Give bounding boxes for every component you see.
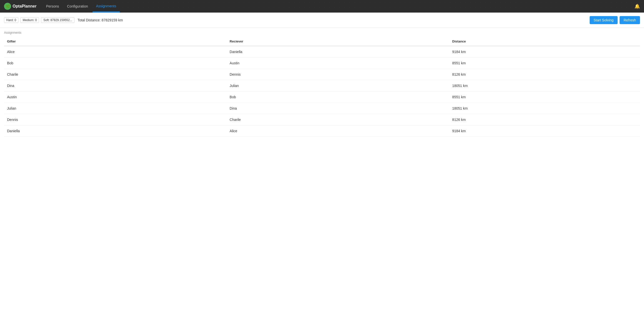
cell-receiver: Dennis: [227, 69, 449, 80]
total-distance-label: Total Distance: 87829159 km: [77, 18, 123, 22]
notification-icon: 🔔: [634, 4, 640, 9]
assignments-table: Gifter Reciever Distance AliceDaniella91…: [4, 37, 640, 137]
table-row: AliceDaniella9184 km: [4, 46, 640, 58]
cell-gifter: Austin: [4, 91, 227, 103]
cell-receiver: Julian: [227, 80, 449, 91]
nav-menu: Persons Configuration Assignments: [43, 1, 120, 12]
cell-distance: 9184 km: [449, 125, 640, 137]
table-row: CharileDennis8126 km: [4, 69, 640, 80]
nav-item-configuration[interactable]: Configuration: [64, 1, 92, 12]
cell-gifter: Bob: [4, 58, 227, 69]
soft-score-badge: Soft: 87829.159552...: [41, 17, 74, 23]
refresh-button[interactable]: Refresh: [620, 16, 640, 24]
cell-gifter: Daniella: [4, 125, 227, 137]
nav-item-persons[interactable]: Persons: [43, 1, 62, 12]
cell-receiver: Austin: [227, 58, 449, 69]
col-header-receiver: Reciever: [227, 37, 449, 46]
cell-distance: 8126 km: [449, 69, 640, 80]
cell-distance: 8126 km: [449, 114, 640, 125]
cell-receiver: Alice: [227, 125, 449, 137]
brand-logo: 🌿: [4, 3, 11, 10]
start-solving-button[interactable]: Start Solving: [590, 16, 618, 24]
cell-gifter: Julian: [4, 103, 227, 114]
cell-distance: 9184 km: [449, 46, 640, 58]
cell-receiver: Dina: [227, 103, 449, 114]
main-content: Hard: 0 Medium: 0 Soft: 87829.159552... …: [0, 13, 644, 321]
table-header-row: Gifter Reciever Distance: [4, 37, 640, 46]
col-header-gifter: Gifter: [4, 37, 227, 46]
cell-gifter: Alice: [4, 46, 227, 58]
assignments-section: Assignments Gifter Reciever Distance Ali…: [0, 28, 644, 137]
nav-item-assignments[interactable]: Assignments: [93, 1, 120, 12]
cell-receiver: Charile: [227, 114, 449, 125]
hard-score-badge: Hard: 0: [4, 17, 18, 23]
section-label: Assignments: [4, 31, 640, 34]
cell-receiver: Daniella: [227, 46, 449, 58]
col-header-distance: Distance: [449, 37, 640, 46]
brand-name: OptaPlanner: [13, 4, 36, 9]
brand[interactable]: 🌿 OptaPlanner: [4, 3, 36, 10]
table-row: BobAustin8551 km: [4, 58, 640, 69]
medium-score-badge: Medium: 0: [20, 17, 39, 23]
cell-distance: 18051 km: [449, 80, 640, 91]
cell-gifter: Charile: [4, 69, 227, 80]
notification-area[interactable]: 🔔: [634, 4, 640, 9]
table-row: AustinBob8551 km: [4, 91, 640, 103]
toolbar: Hard: 0 Medium: 0 Soft: 87829.159552... …: [0, 13, 644, 28]
table-row: DennisCharile8126 km: [4, 114, 640, 125]
table-row: JulianDina18051 km: [4, 103, 640, 114]
cell-gifter: Dina: [4, 80, 227, 91]
cell-distance: 8551 km: [449, 91, 640, 103]
cell-gifter: Dennis: [4, 114, 227, 125]
cell-distance: 8551 km: [449, 58, 640, 69]
cell-receiver: Bob: [227, 91, 449, 103]
table-row: DaniellaAlice9184 km: [4, 125, 640, 137]
table-row: DinaJulian18051 km: [4, 80, 640, 91]
navbar: 🌿 OptaPlanner Persons Configuration Assi…: [0, 0, 644, 13]
cell-distance: 18051 km: [449, 103, 640, 114]
